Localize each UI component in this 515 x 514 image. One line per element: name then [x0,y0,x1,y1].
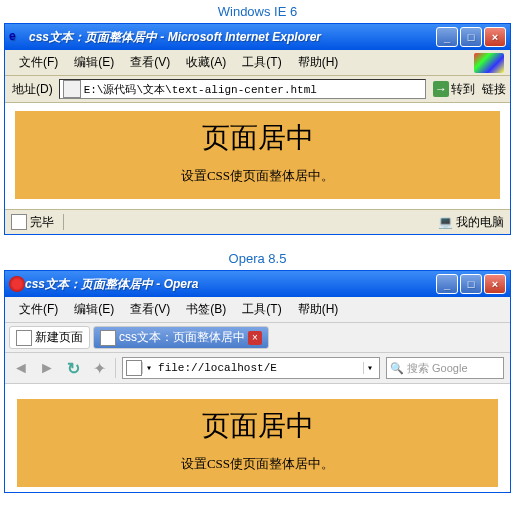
minimize-button[interactable]: _ [436,274,458,294]
reload-button[interactable]: ↻ [63,358,83,378]
back-button[interactable]: ◄ [11,358,31,378]
close-button[interactable]: × [484,274,506,294]
tab-active[interactable]: css文本：页面整体居中 × [93,326,269,349]
menu-help[interactable]: 帮助(H) [290,52,347,73]
ie-menubar: 文件(F) 编辑(E) 查看(V) 收藏(A) 工具(T) 帮助(H) [5,50,510,76]
opera-title: css文本：页面整体居中 - Opera [25,276,436,293]
close-button[interactable]: × [484,27,506,47]
tab-page-icon [100,330,116,346]
menu-bookmarks[interactable]: 书签(B) [178,299,234,320]
maximize-button[interactable]: □ [460,27,482,47]
address-label: 地址(D) [9,81,56,98]
ie-titlebar[interactable]: e css文本：页面整体居中 - Microsoft Internet Expl… [5,24,510,50]
wand-button[interactable]: ✦ [89,358,109,378]
opera-address-input[interactable]: ▾ file://localhost/E ▾ [122,357,380,379]
addr-history-icon[interactable]: ▾ [363,362,376,374]
opera-label: Opera 8.5 [0,247,515,270]
status-done: 完毕 [30,214,54,231]
go-button[interactable]: → 转到 [429,80,479,99]
page-heading: 页面居中 [17,407,498,445]
opera-tabs: 新建页面 css文本：页面整体居中 × [5,323,510,353]
new-tab-icon [16,330,32,346]
menu-tools[interactable]: 工具(T) [234,299,289,320]
maximize-button[interactable]: □ [460,274,482,294]
minimize-button[interactable]: _ [436,27,458,47]
centered-box: 页面居中 设置CSS使页面整体居中。 [17,399,498,487]
menu-view[interactable]: 查看(V) [122,52,178,73]
tab-close-icon[interactable]: × [248,331,262,345]
page-body: 设置CSS使页面整体居中。 [15,167,500,185]
ie-title: css文本：页面整体居中 - Microsoft Internet Explor… [29,29,436,46]
menu-file[interactable]: 文件(F) [11,52,66,73]
opera-content: 页面居中 设置CSS使页面整体居中。 [5,384,510,492]
status-zone: 我的电脑 [456,214,504,231]
menu-edit[interactable]: 编辑(E) [66,299,122,320]
ie-statusbar: 完毕 💻 我的电脑 [5,209,510,234]
address-input[interactable]: E:\源代码\文本\text-align-center.html [59,79,426,99]
opera-menubar: 文件(F) 编辑(E) 查看(V) 书签(B) 工具(T) 帮助(H) [5,297,510,323]
menu-favorites[interactable]: 收藏(A) [178,52,234,73]
ie-icon: e [9,29,25,45]
addr-dropdown-icon[interactable]: ▾ [142,362,155,374]
windows-logo-icon [474,53,504,73]
page-body: 设置CSS使页面整体居中。 [17,455,498,473]
ie-label: Windows IE 6 [0,0,515,23]
tab-new[interactable]: 新建页面 [9,326,90,349]
opera-icon [9,276,25,292]
computer-icon: 💻 [438,215,453,229]
page-heading: 页面居中 [15,119,500,157]
ie-content: 页面居中 设置CSS使页面整体居中。 [5,103,510,209]
url-text: E:\源代码\文本\text-align-center.html [84,82,317,97]
menu-view[interactable]: 查看(V) [122,299,178,320]
menu-tools[interactable]: 工具(T) [234,52,289,73]
menu-file[interactable]: 文件(F) [11,299,66,320]
ie-addressbar: 地址(D) E:\源代码\文本\text-align-center.html →… [5,76,510,103]
go-arrow-icon: → [433,81,449,97]
centered-box: 页面居中 设置CSS使页面整体居中。 [15,111,500,199]
opera-toolbar: ◄ ► ↻ ✦ ▾ file://localhost/E ▾ 🔍 搜索 Goog… [5,353,510,384]
opera-window: css文本：页面整体居中 - Opera _ □ × 文件(F) 编辑(E) 查… [4,270,511,493]
menu-help[interactable]: 帮助(H) [290,299,347,320]
ie-window: e css文本：页面整体居中 - Microsoft Internet Expl… [4,23,511,235]
search-icon: 🔍 [390,362,404,375]
links-label[interactable]: 链接 [482,81,506,98]
opera-titlebar[interactable]: css文本：页面整体居中 - Opera _ □ × [5,271,510,297]
url-text: file://localhost/E [155,362,277,374]
search-input[interactable]: 🔍 搜索 Google [386,357,504,379]
addr-page-icon [126,360,142,376]
page-icon [63,80,81,98]
menu-edit[interactable]: 编辑(E) [66,52,122,73]
forward-button[interactable]: ► [37,358,57,378]
done-icon [11,214,27,230]
